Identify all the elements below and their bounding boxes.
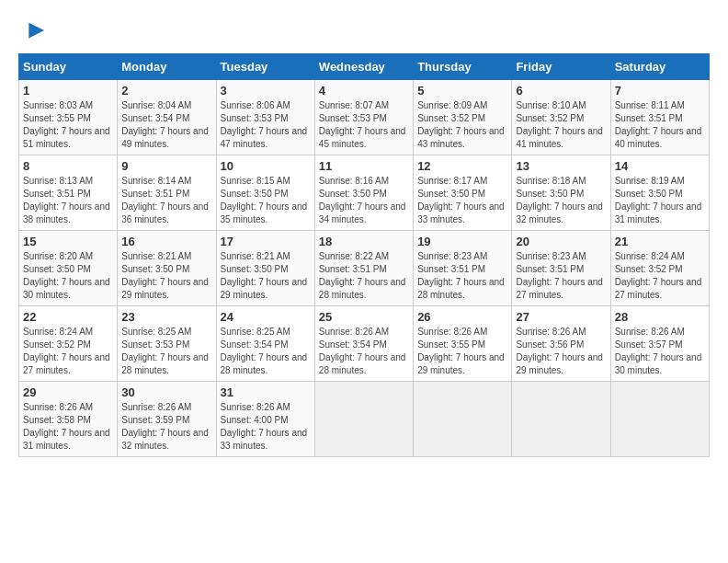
calendar-cell-4-2: 31 Sunrise: 8:26 AM Sunset: 4:00 PM Dayl… <box>216 382 314 457</box>
day-info: Sunrise: 8:06 AM Sunset: 3:53 PM Dayligh… <box>221 99 311 151</box>
calendar-week-row-5: 29 Sunrise: 8:26 AM Sunset: 3:58 PM Dayl… <box>19 382 710 457</box>
day-number: 2 <box>121 84 211 98</box>
day-number: 19 <box>417 235 507 248</box>
day-number: 5 <box>417 84 507 98</box>
calendar-cell-2-4: 19 Sunrise: 8:23 AM Sunset: 3:51 PM Dayl… <box>414 231 512 306</box>
day-info: Sunrise: 8:23 AM Sunset: 3:51 PM Dayligh… <box>516 250 606 302</box>
calendar-cell-0-5: 6 Sunrise: 8:10 AM Sunset: 3:52 PM Dayli… <box>512 80 610 155</box>
calendar-cell-3-3: 25 Sunrise: 8:26 AM Sunset: 3:54 PM Dayl… <box>314 306 413 382</box>
day-info: Sunrise: 8:26 AM Sunset: 4:00 PM Dayligh… <box>221 401 311 453</box>
day-number: 16 <box>121 235 211 248</box>
calendar-cell-2-0: 15 Sunrise: 8:20 AM Sunset: 3:50 PM Dayl… <box>19 231 118 306</box>
day-info: Sunrise: 8:10 AM Sunset: 3:52 PM Dayligh… <box>516 99 606 151</box>
calendar-cell-2-2: 17 Sunrise: 8:21 AM Sunset: 3:50 PM Dayl… <box>216 231 314 306</box>
col-friday: Friday <box>512 54 610 80</box>
day-info: Sunrise: 8:13 AM Sunset: 3:51 PM Dayligh… <box>23 175 113 226</box>
day-number: 3 <box>221 84 311 98</box>
day-number: 24 <box>221 310 311 324</box>
day-info: Sunrise: 8:15 AM Sunset: 3:50 PM Dayligh… <box>221 175 311 226</box>
day-number: 11 <box>319 159 409 173</box>
day-info: Sunrise: 8:26 AM Sunset: 3:58 PM Dayligh… <box>23 401 113 453</box>
day-number: 15 <box>23 235 113 248</box>
day-info: Sunrise: 8:25 AM Sunset: 3:54 PM Dayligh… <box>221 326 311 377</box>
calendar-cell-1-0: 8 Sunrise: 8:13 AM Sunset: 3:51 PM Dayli… <box>19 155 118 231</box>
day-info: Sunrise: 8:09 AM Sunset: 3:52 PM Dayligh… <box>417 99 507 151</box>
logo-icon <box>20 18 46 44</box>
day-number: 4 <box>319 84 409 98</box>
day-number: 14 <box>615 159 705 173</box>
calendar-cell-2-3: 18 Sunrise: 8:22 AM Sunset: 3:51 PM Dayl… <box>314 231 413 306</box>
calendar-cell-1-5: 13 Sunrise: 8:18 AM Sunset: 3:50 PM Dayl… <box>512 155 610 231</box>
day-info: Sunrise: 8:25 AM Sunset: 3:53 PM Dayligh… <box>121 326 211 377</box>
svg-marker-0 <box>28 23 44 39</box>
day-number: 20 <box>516 235 606 248</box>
day-info: Sunrise: 8:22 AM Sunset: 3:51 PM Dayligh… <box>319 250 409 302</box>
day-info: Sunrise: 8:26 AM Sunset: 3:59 PM Dayligh… <box>121 401 211 453</box>
calendar-week-row-4: 22 Sunrise: 8:24 AM Sunset: 3:52 PM Dayl… <box>19 306 710 382</box>
calendar-cell-4-5 <box>512 382 610 457</box>
calendar-cell-1-1: 9 Sunrise: 8:14 AM Sunset: 3:51 PM Dayli… <box>118 155 216 231</box>
calendar-cell-2-5: 20 Sunrise: 8:23 AM Sunset: 3:51 PM Dayl… <box>512 231 610 306</box>
day-info: Sunrise: 8:03 AM Sunset: 3:55 PM Dayligh… <box>23 99 113 151</box>
day-number: 8 <box>23 159 113 173</box>
col-sunday: Sunday <box>19 54 118 80</box>
day-number: 9 <box>121 159 211 173</box>
calendar-cell-0-6: 7 Sunrise: 8:11 AM Sunset: 3:51 PM Dayli… <box>610 80 709 155</box>
day-info: Sunrise: 8:20 AM Sunset: 3:50 PM Dayligh… <box>23 250 113 302</box>
calendar-cell-4-0: 29 Sunrise: 8:26 AM Sunset: 3:58 PM Dayl… <box>19 382 118 457</box>
calendar-week-row-1: 1 Sunrise: 8:03 AM Sunset: 3:55 PM Dayli… <box>19 80 710 155</box>
calendar-cell-3-4: 26 Sunrise: 8:26 AM Sunset: 3:55 PM Dayl… <box>414 306 512 382</box>
day-number: 26 <box>417 310 507 324</box>
calendar-cell-4-1: 30 Sunrise: 8:26 AM Sunset: 3:59 PM Dayl… <box>118 382 216 457</box>
day-info: Sunrise: 8:16 AM Sunset: 3:50 PM Dayligh… <box>319 175 409 226</box>
calendar-header-row: Sunday Monday Tuesday Wednesday Thursday… <box>19 54 710 80</box>
calendar-cell-3-5: 27 Sunrise: 8:26 AM Sunset: 3:56 PM Dayl… <box>512 306 610 382</box>
col-saturday: Saturday <box>610 54 709 80</box>
calendar-cell-1-3: 11 Sunrise: 8:16 AM Sunset: 3:50 PM Dayl… <box>314 155 413 231</box>
day-number: 7 <box>615 84 705 98</box>
col-tuesday: Tuesday <box>216 54 314 80</box>
day-info: Sunrise: 8:26 AM Sunset: 3:57 PM Dayligh… <box>615 326 705 377</box>
calendar-cell-3-6: 28 Sunrise: 8:26 AM Sunset: 3:57 PM Dayl… <box>610 306 709 382</box>
day-number: 25 <box>319 310 409 324</box>
day-info: Sunrise: 8:23 AM Sunset: 3:51 PM Dayligh… <box>417 250 507 302</box>
day-number: 17 <box>221 235 311 248</box>
day-number: 27 <box>516 310 606 324</box>
calendar-cell-0-1: 2 Sunrise: 8:04 AM Sunset: 3:54 PM Dayli… <box>118 80 216 155</box>
day-number: 30 <box>121 385 211 399</box>
page-header <box>18 18 710 44</box>
day-number: 28 <box>615 310 705 324</box>
calendar-cell-4-6 <box>610 382 709 457</box>
col-wednesday: Wednesday <box>314 54 413 80</box>
day-number: 18 <box>319 235 409 248</box>
day-number: 6 <box>516 84 606 98</box>
day-info: Sunrise: 8:21 AM Sunset: 3:50 PM Dayligh… <box>121 250 211 302</box>
calendar-cell-0-0: 1 Sunrise: 8:03 AM Sunset: 3:55 PM Dayli… <box>19 80 118 155</box>
day-number: 29 <box>23 385 113 399</box>
day-info: Sunrise: 8:26 AM Sunset: 3:55 PM Dayligh… <box>417 326 507 377</box>
calendar-cell-0-4: 5 Sunrise: 8:09 AM Sunset: 3:52 PM Dayli… <box>414 80 512 155</box>
calendar-week-row-2: 8 Sunrise: 8:13 AM Sunset: 3:51 PM Dayli… <box>19 155 710 231</box>
calendar-cell-2-1: 16 Sunrise: 8:21 AM Sunset: 3:50 PM Dayl… <box>118 231 216 306</box>
calendar-cell-4-3 <box>314 382 413 457</box>
col-thursday: Thursday <box>414 54 512 80</box>
day-info: Sunrise: 8:26 AM Sunset: 3:54 PM Dayligh… <box>319 326 409 377</box>
day-info: Sunrise: 8:24 AM Sunset: 3:52 PM Dayligh… <box>23 326 113 377</box>
day-number: 31 <box>221 385 311 399</box>
day-info: Sunrise: 8:18 AM Sunset: 3:50 PM Dayligh… <box>516 175 606 226</box>
calendar-cell-1-4: 12 Sunrise: 8:17 AM Sunset: 3:50 PM Dayl… <box>414 155 512 231</box>
day-number: 13 <box>516 159 606 173</box>
day-info: Sunrise: 8:07 AM Sunset: 3:53 PM Dayligh… <box>319 99 409 151</box>
day-number: 1 <box>23 84 113 98</box>
calendar-cell-3-0: 22 Sunrise: 8:24 AM Sunset: 3:52 PM Dayl… <box>19 306 118 382</box>
calendar-table: Sunday Monday Tuesday Wednesday Thursday… <box>18 53 710 457</box>
day-info: Sunrise: 8:26 AM Sunset: 3:56 PM Dayligh… <box>516 326 606 377</box>
calendar-cell-3-2: 24 Sunrise: 8:25 AM Sunset: 3:54 PM Dayl… <box>216 306 314 382</box>
day-number: 21 <box>615 235 705 248</box>
calendar-week-row-3: 15 Sunrise: 8:20 AM Sunset: 3:50 PM Dayl… <box>19 231 710 306</box>
day-number: 22 <box>23 310 113 324</box>
calendar-cell-1-2: 10 Sunrise: 8:15 AM Sunset: 3:50 PM Dayl… <box>216 155 314 231</box>
day-info: Sunrise: 8:19 AM Sunset: 3:50 PM Dayligh… <box>615 175 705 226</box>
day-info: Sunrise: 8:24 AM Sunset: 3:52 PM Dayligh… <box>615 250 705 302</box>
day-info: Sunrise: 8:11 AM Sunset: 3:51 PM Dayligh… <box>615 99 705 151</box>
